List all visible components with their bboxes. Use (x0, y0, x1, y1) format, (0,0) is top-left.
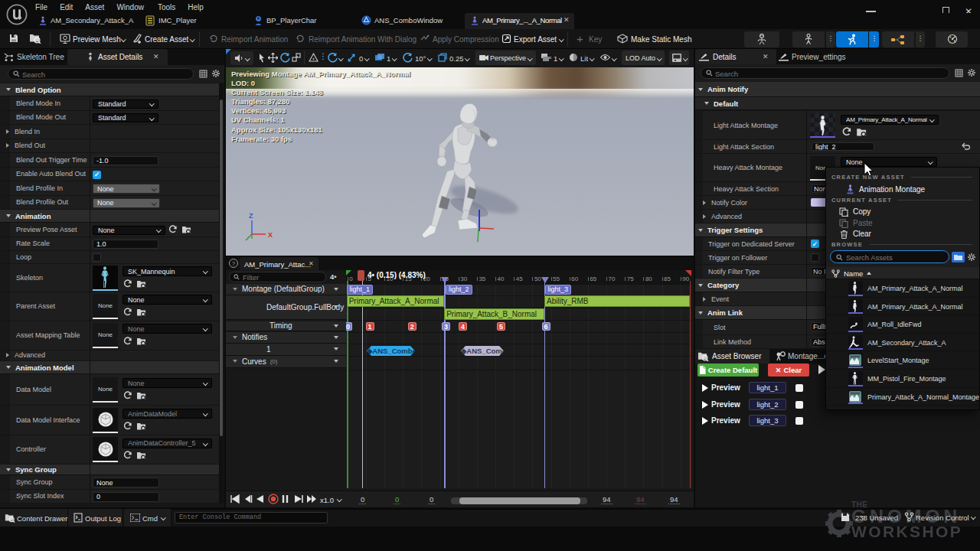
svg-text:Z: Z (249, 212, 253, 220)
svg-text:X: X (268, 231, 273, 239)
